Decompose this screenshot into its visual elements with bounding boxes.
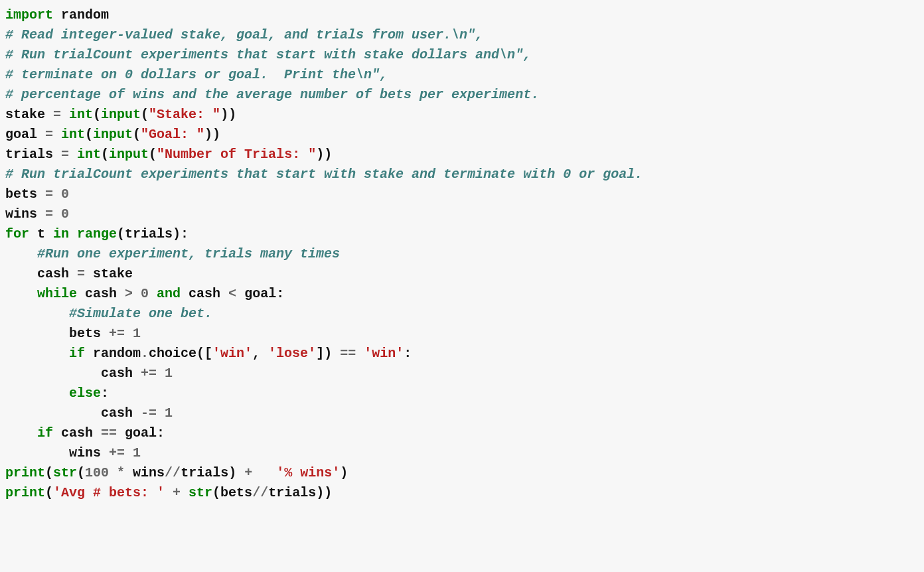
paren: )) (204, 127, 220, 142)
keyword-if: if (69, 346, 85, 361)
string-literal: "Number of Trials: " (157, 147, 316, 162)
identifier: random (85, 346, 141, 361)
string-literal: 'win' (212, 346, 252, 361)
operator: // (165, 465, 181, 480)
variable: cash (77, 286, 125, 301)
string-literal: 'win' (356, 346, 404, 361)
operator: * (109, 465, 125, 480)
variable: bets (220, 485, 252, 500)
comma: , (252, 346, 268, 361)
paren: ( (133, 127, 141, 142)
code-block: import random # Read integer-valued stak… (5, 5, 919, 503)
number: 100 (85, 465, 109, 480)
operator: + (165, 485, 181, 500)
operator: + (244, 465, 252, 480)
comment-line: #Run one experiment, trials many times (5, 246, 340, 261)
paren: ( (85, 127, 93, 142)
operator: > (125, 286, 133, 301)
string-literal: "Goal: " (141, 127, 204, 142)
string-literal: "Stake: " (149, 107, 220, 122)
string-literal: '% wins' (252, 465, 340, 480)
bracket: ]) (316, 346, 340, 361)
variable: stake (85, 266, 133, 281)
operator: = (53, 107, 61, 122)
variable: cash (101, 405, 141, 421)
variable: trials (5, 147, 61, 162)
number: 1 (157, 405, 173, 421)
comment-line: # Run trialCount experiments that start … (5, 47, 531, 62)
operator: = (45, 127, 53, 142)
indent (5, 386, 69, 401)
paren: ( (212, 485, 220, 500)
indent (5, 346, 69, 361)
builtin-input: input (93, 127, 133, 142)
number: 1 (125, 445, 141, 461)
number: 0 (53, 186, 69, 202)
paren: ): (173, 226, 189, 242)
variable: trials)) (268, 485, 332, 500)
paren: ( (77, 465, 85, 480)
keyword-else: else (69, 386, 101, 401)
keyword-for: for (5, 226, 29, 242)
keyword-and: and (149, 286, 181, 301)
comment-line: #Simulate one bet. (5, 306, 212, 321)
paren: )) (220, 107, 236, 122)
variable: cash (37, 266, 77, 281)
keyword-import: import (5, 7, 53, 23)
paren: ( (45, 465, 53, 480)
paren: ( (101, 147, 109, 162)
variable: stake (5, 107, 53, 122)
keyword-if: if (37, 425, 53, 441)
string-literal: 'lose' (268, 346, 316, 361)
builtin-print: print (5, 485, 45, 500)
variable: cash (53, 425, 101, 441)
paren: ( (117, 226, 125, 242)
number: 0 (133, 286, 149, 301)
indent (5, 405, 101, 421)
method-call: choice([ (149, 346, 212, 361)
builtin-input: input (101, 107, 141, 122)
operator: = (45, 186, 53, 202)
builtin-int: int (69, 147, 101, 162)
comment-line: # Read integer-valued stake, goal, and t… (5, 27, 483, 42)
builtin-int: int (53, 127, 85, 142)
variable: trials (125, 226, 173, 242)
variable: goal: (236, 286, 284, 301)
builtin-int: int (61, 107, 93, 122)
operator: = (61, 147, 69, 162)
paren: ( (93, 107, 101, 122)
builtin-str: str (53, 465, 77, 480)
paren: ( (45, 485, 53, 500)
paren: ( (141, 107, 149, 122)
number: 1 (125, 326, 141, 341)
paren: )) (316, 147, 332, 162)
variable: wins (5, 206, 45, 222)
operator: -= (141, 405, 157, 421)
operator: = (77, 266, 85, 281)
operator: = (45, 206, 53, 222)
variable: t (29, 226, 53, 242)
builtin-str: str (181, 485, 212, 500)
operator: . (141, 346, 149, 361)
variable: wins (69, 445, 109, 461)
operator: += (109, 445, 125, 461)
variable: wins (125, 465, 165, 480)
comment-line: # percentage of wins and the average num… (5, 87, 539, 102)
variable: cash (101, 366, 141, 381)
colon: : (404, 346, 412, 361)
keyword-in: in (53, 226, 69, 242)
operator: += (141, 366, 157, 381)
module-name: random (61, 7, 109, 23)
variable: cash (181, 286, 228, 301)
builtin-input: input (109, 147, 149, 162)
variable: goal: (117, 425, 165, 441)
number: 1 (157, 366, 173, 381)
comment-line: # terminate on 0 dollars or goal. Print … (5, 67, 388, 82)
operator: += (109, 326, 125, 341)
string-literal: 'Avg # bets: ' (53, 485, 165, 500)
colon: : (101, 386, 109, 401)
operator: < (228, 286, 236, 301)
operator: == (101, 425, 117, 441)
builtin-print: print (5, 465, 45, 480)
operator: // (252, 485, 268, 500)
